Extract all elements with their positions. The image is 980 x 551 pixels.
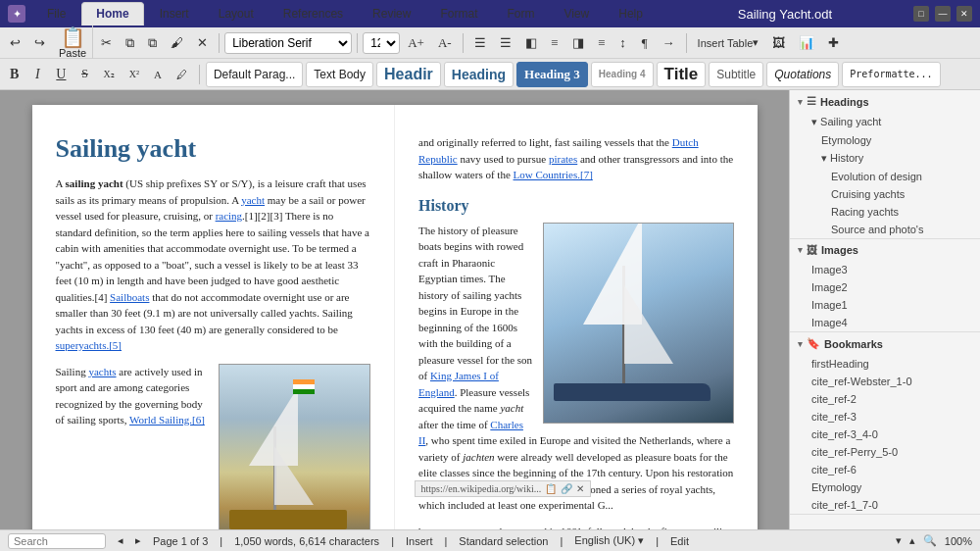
- sidebar-images-header[interactable]: ▾ 🖼 Images: [790, 239, 980, 261]
- style-heading2-label: Heading: [452, 67, 506, 82]
- font-size-select[interactable]: 12: [363, 32, 400, 54]
- superscript-button[interactable]: X²: [123, 63, 145, 86]
- sidebar-image3[interactable]: Image3: [790, 261, 980, 278]
- format-paint-button[interactable]: 🖌: [165, 31, 189, 55]
- menu-review[interactable]: Review: [359, 2, 424, 25]
- sidebar-bookmark-3-4[interactable]: cite_ref-3_4-0: [790, 426, 980, 443]
- clear-format-button[interactable]: ✕: [191, 31, 214, 55]
- sidebar-image4[interactable]: Image4: [790, 314, 980, 331]
- font-color-button[interactable]: A: [148, 63, 168, 86]
- king-james-link[interactable]: King James I of England: [418, 370, 499, 398]
- paste-button[interactable]: 📋 Paste: [53, 25, 93, 61]
- superyachts-link[interactable]: superyachts.[5]: [56, 339, 122, 351]
- font-name-select[interactable]: Liberation Serif: [224, 32, 352, 54]
- low-countries-link[interactable]: Low Countries.[7]: [514, 169, 593, 180]
- style-heading2[interactable]: Heading: [444, 62, 514, 87]
- yachts-link2[interactable]: yachts: [88, 366, 116, 377]
- sidebar-heading-cruising[interactable]: Cruising yachts: [790, 185, 980, 203]
- sidebar-headings-header[interactable]: ▾ ☰ Headings: [790, 90, 980, 113]
- insert-table-button[interactable]: Insert Table ▾: [692, 31, 765, 55]
- style-heading1[interactable]: Headir: [376, 62, 441, 87]
- url-icon1[interactable]: 📋: [545, 483, 557, 494]
- decrease-font-button[interactable]: A-: [432, 31, 458, 55]
- sidebar-bookmark-3[interactable]: cite_ref-3: [790, 408, 980, 426]
- menu-view[interactable]: View: [550, 2, 603, 25]
- numbering-button[interactable]: ☰: [494, 31, 517, 55]
- increase-font-button[interactable]: A+: [402, 31, 430, 55]
- restore-button[interactable]: □: [913, 6, 929, 22]
- document-area[interactable]: Sailing yacht A sailing yacht (US ship p…: [0, 90, 789, 529]
- sidebar-heading-etymology[interactable]: Etymology: [790, 131, 980, 149]
- menu-file[interactable]: File: [33, 2, 79, 25]
- paragraph-button[interactable]: ¶: [635, 31, 655, 55]
- sidebar-bookmark-perry[interactable]: cite_ref-Perry_5-0: [790, 443, 980, 461]
- undo-button[interactable]: ↩: [4, 31, 26, 55]
- zoom-out-button[interactable]: ▾: [896, 534, 902, 547]
- underline-button[interactable]: U: [50, 63, 72, 86]
- language-selector[interactable]: English (UK) ▾: [574, 534, 644, 547]
- sidebar-heading-source[interactable]: Source and photo's: [790, 221, 980, 238]
- style-preformatted[interactable]: Preformatte...: [842, 62, 940, 87]
- strikethrough-button[interactable]: S: [74, 63, 94, 86]
- menu-help[interactable]: Help: [605, 2, 657, 25]
- style-title[interactable]: Title: [657, 62, 707, 87]
- highlight-button[interactable]: 🖊: [171, 63, 193, 86]
- sidebar-bookmark-1-7[interactable]: cite_ref-1_7-0: [790, 496, 980, 514]
- menu-home[interactable]: Home: [81, 2, 143, 25]
- url-icon2[interactable]: 🔗: [561, 483, 572, 494]
- sidebar-heading-racing[interactable]: Racing yachts: [790, 203, 980, 221]
- bold-button[interactable]: B: [4, 63, 24, 86]
- sidebar-bookmark-6[interactable]: cite_ref-6: [790, 461, 980, 478]
- more-button[interactable]: ✚: [822, 31, 845, 55]
- sidebar-heading-history[interactable]: ▾ History: [790, 149, 980, 168]
- clone-button[interactable]: ⧉: [142, 31, 163, 55]
- sailboats-link[interactable]: Sailboats: [110, 291, 149, 303]
- charles-ii-link[interactable]: Charles II: [418, 419, 523, 447]
- subscript-button[interactable]: X₂: [97, 63, 120, 86]
- align-center-button[interactable]: ≡: [545, 31, 564, 55]
- style-quotations[interactable]: Quotations: [766, 62, 839, 87]
- style-subtitle[interactable]: Subtitle: [709, 62, 763, 87]
- sidebar-bookmarks-header[interactable]: ▾ 🔖 Bookmarks: [790, 332, 980, 355]
- menu-insert[interactable]: Insert: [146, 2, 203, 25]
- chart-button[interactable]: 📊: [793, 31, 820, 55]
- sidebar-heading-sailing-yacht[interactable]: ▾ Sailing yacht: [790, 113, 980, 131]
- yacht-link[interactable]: yacht: [241, 194, 265, 206]
- insert-image-button[interactable]: 🖼: [766, 31, 791, 55]
- url-icon3[interactable]: ✕: [576, 483, 584, 494]
- menu-form[interactable]: Form: [493, 2, 548, 25]
- racing-link[interactable]: racing: [216, 210, 242, 222]
- sidebar-bookmark-webster[interactable]: cite_ref-Webster_1-0: [790, 373, 980, 390]
- indent-button[interactable]: →: [657, 31, 681, 55]
- menu-format[interactable]: Format: [426, 2, 491, 25]
- sidebar-image1[interactable]: Image1: [790, 296, 980, 314]
- justify-button[interactable]: ≡: [592, 31, 612, 55]
- cut-button[interactable]: ✂: [95, 31, 118, 55]
- align-right-button[interactable]: ◨: [566, 31, 590, 55]
- close-button[interactable]: ✕: [956, 6, 972, 22]
- style-text-body[interactable]: Text Body: [306, 62, 373, 87]
- zoom-in-button[interactable]: ▴: [909, 534, 915, 547]
- align-left-button[interactable]: ◧: [519, 31, 543, 55]
- style-heading4[interactable]: Heading 4: [591, 62, 654, 87]
- style-default-para[interactable]: Default Parag...: [206, 62, 303, 87]
- italic-button[interactable]: I: [27, 63, 47, 86]
- search-next-button[interactable]: ▸: [135, 534, 141, 547]
- world-sailing-link[interactable]: World Sailing.[6]: [129, 414, 205, 426]
- sidebar-bookmark-etymology[interactable]: Etymology: [790, 478, 980, 496]
- bullets-button[interactable]: ☰: [468, 31, 492, 55]
- sidebar-heading-evolution[interactable]: Evolution of design: [790, 168, 980, 185]
- search-prev-button[interactable]: ◂: [118, 534, 123, 547]
- copy-button[interactable]: ⧉: [120, 31, 140, 55]
- pirates-link[interactable]: pirates: [549, 153, 577, 165]
- sidebar-image2[interactable]: Image2: [790, 278, 980, 296]
- menu-layout[interactable]: Layout: [205, 2, 268, 25]
- menu-references[interactable]: References: [270, 2, 357, 25]
- redo-button[interactable]: ↪: [28, 31, 51, 55]
- line-spacing-button[interactable]: ↕: [613, 31, 633, 55]
- search-input[interactable]: [8, 533, 106, 549]
- style-heading3[interactable]: Heading 3: [516, 62, 588, 87]
- minimize-button[interactable]: —: [935, 6, 951, 22]
- sidebar-bookmark-first[interactable]: firstHeading: [790, 355, 980, 373]
- sidebar-bookmark-2[interactable]: cite_ref-2: [790, 390, 980, 408]
